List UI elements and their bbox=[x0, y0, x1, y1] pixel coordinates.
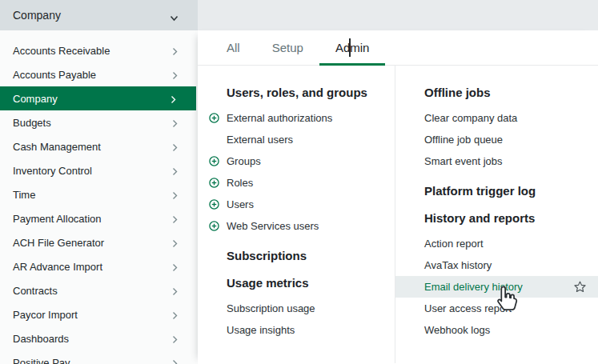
sidebar-item-label: Inventory Control bbox=[13, 165, 92, 177]
menu-item-offline-job-queue[interactable]: Offline job queue bbox=[395, 129, 598, 150]
chevron-right-icon bbox=[172, 334, 178, 346]
tab-label: All bbox=[227, 41, 240, 54]
menu-column-1: Users, roles, and groupsExternal authori… bbox=[198, 66, 395, 363]
chevron-right-icon bbox=[172, 142, 178, 154]
chevron-right-icon bbox=[172, 286, 178, 298]
menu-item-label: Groups bbox=[227, 155, 261, 167]
module-list: Accounts ReceivableAccounts PayableCompa… bbox=[0, 30, 198, 364]
menu-item-action-report[interactable]: Action report bbox=[395, 233, 598, 254]
sidebar-item-label: Accounts Payable bbox=[13, 69, 96, 81]
sidebar-item-label: ACH File Generator bbox=[13, 237, 104, 249]
menu-item-label: Smart event jobs bbox=[424, 155, 503, 167]
chevron-right-icon bbox=[172, 310, 178, 322]
sidebar-item-label: Paycor Import bbox=[13, 309, 78, 321]
menu-item-avatax-history[interactable]: AvaTax history bbox=[395, 254, 598, 276]
sidebar-item-contracts[interactable]: Contracts bbox=[0, 278, 198, 302]
sidebar-item-payment-allocation[interactable]: Payment Allocation bbox=[0, 206, 198, 230]
chevron-right-icon bbox=[172, 238, 178, 250]
sidebar-item-budgets[interactable]: Budgets bbox=[0, 110, 198, 134]
sidebar-item-positive-pay[interactable]: Positive Pay bbox=[0, 350, 198, 364]
menu-item-usage-insights[interactable]: Usage insights bbox=[198, 319, 395, 341]
chevron-right-icon bbox=[172, 190, 178, 202]
sidebar-item-label: Contracts bbox=[13, 285, 58, 297]
menu-item-label: External authorizations bbox=[227, 112, 332, 124]
menu-item-groups[interactable]: Groups bbox=[198, 150, 395, 172]
menu-item-subscription-usage[interactable]: Subscription usage bbox=[198, 298, 395, 319]
app-window: Company Accounts ReceivableAccounts Paya… bbox=[0, 0, 598, 364]
menu-item-label: Action report bbox=[424, 238, 484, 250]
sidebar-item-cash-management[interactable]: Cash Management bbox=[0, 134, 198, 158]
module-dropdown[interactable]: Company bbox=[0, 0, 198, 30]
menu-section-subscriptions: Subscriptions bbox=[198, 248, 395, 264]
cursor-ibeam bbox=[349, 38, 351, 57]
add-icon[interactable] bbox=[209, 156, 219, 166]
section-title: History and reports bbox=[395, 210, 598, 226]
sidebar-item-accounts-payable[interactable]: Accounts Payable bbox=[0, 62, 198, 86]
sidebar-item-label: Time bbox=[13, 189, 35, 201]
add-icon[interactable] bbox=[209, 221, 219, 231]
icon-spacer bbox=[209, 134, 219, 145]
tab-all[interactable]: All bbox=[211, 30, 256, 65]
sidebar-item-time[interactable]: Time bbox=[0, 182, 198, 206]
sidebar-item-paycor-import[interactable]: Paycor Import bbox=[0, 302, 198, 326]
sidebar-item-ach-file-generator[interactable]: ACH File Generator bbox=[0, 230, 198, 254]
tab-label: Admin bbox=[335, 41, 370, 54]
sidebar-item-inventory-control[interactable]: Inventory Control bbox=[0, 158, 198, 182]
menu-item-email-delivery-history[interactable]: Email delivery history bbox=[395, 276, 598, 298]
menu-item-external-authorizations[interactable]: External authorizations bbox=[198, 107, 395, 129]
section-title: Users, roles, and groups bbox=[198, 85, 395, 101]
icon-spacer bbox=[209, 303, 219, 314]
menu-item-users[interactable]: Users bbox=[198, 194, 395, 215]
add-icon[interactable] bbox=[209, 199, 219, 210]
chevron-right-icon bbox=[172, 166, 178, 178]
sidebar-item-label: Company bbox=[13, 93, 58, 105]
sidebar-item-accounts-receivable[interactable]: Accounts Receivable bbox=[0, 38, 198, 62]
menu-section-history-and-reports: History and reportsAction reportAvaTax h… bbox=[395, 210, 598, 341]
menu-item-smart-event-jobs[interactable]: Smart event jobs bbox=[395, 150, 598, 172]
menu-section-usage-metrics: Usage metricsSubscription usageUsage ins… bbox=[198, 275, 395, 341]
menu-item-label: AvaTax history bbox=[424, 259, 492, 271]
chevron-right-icon bbox=[171, 94, 176, 106]
menu-item-label: Users bbox=[227, 198, 254, 210]
section-title: Usage metrics bbox=[198, 275, 395, 291]
menu-item-webhook-logs[interactable]: Webhook logs bbox=[395, 319, 598, 341]
sidebar-item-ar-advance-import[interactable]: AR Advance Import bbox=[0, 254, 198, 278]
menu-column-2: Offline jobsClear company dataOffline jo… bbox=[395, 66, 598, 363]
module-sidebar: Company Accounts ReceivableAccounts Paya… bbox=[0, 0, 198, 364]
menu-columns: Users, roles, and groupsExternal authori… bbox=[198, 66, 598, 363]
menu-section-platform-trigger-log: Platform trigger log bbox=[395, 183, 598, 199]
section-title: Offline jobs bbox=[395, 85, 598, 101]
module-dropdown-label: Company bbox=[13, 9, 61, 22]
chevron-right-icon bbox=[172, 46, 178, 58]
sidebar-item-label: Cash Management bbox=[13, 141, 101, 153]
menu-item-web-services-users[interactable]: Web Services users bbox=[198, 215, 395, 237]
menu-item-label: Webhook logs bbox=[424, 324, 490, 336]
chevron-right-icon bbox=[172, 214, 178, 226]
menu-section-users-roles-and-groups: Users, roles, and groupsExternal authori… bbox=[198, 85, 395, 237]
sidebar-item-dashboards[interactable]: Dashboards bbox=[0, 326, 198, 350]
menu-item-label: User access report bbox=[424, 302, 512, 314]
add-icon[interactable] bbox=[209, 178, 219, 188]
menu-item-label: Clear company data bbox=[424, 112, 517, 124]
tab-setup[interactable]: Setup bbox=[256, 30, 319, 65]
menu-item-label: Roles bbox=[227, 177, 253, 189]
favorite-star-icon[interactable] bbox=[573, 280, 587, 294]
tab-label: Setup bbox=[272, 41, 303, 54]
chevron-down-icon bbox=[170, 10, 179, 25]
menu-item-roles[interactable]: Roles bbox=[198, 172, 395, 194]
menu-item-label: Subscription usage bbox=[227, 302, 315, 314]
sidebar-item-label: Positive Pay bbox=[13, 357, 70, 364]
menu-item-label: External users bbox=[227, 134, 293, 146]
sidebar-item-label: Payment Allocation bbox=[13, 213, 102, 225]
sidebar-item-company[interactable]: Company bbox=[0, 86, 196, 110]
menu-item-external-users[interactable]: External users bbox=[198, 129, 395, 150]
menu-item-user-access-report[interactable]: User access report bbox=[395, 298, 598, 319]
icon-spacer bbox=[209, 325, 219, 335]
add-icon[interactable] bbox=[209, 113, 219, 123]
menu-tabs: AllSetupAdmin bbox=[198, 30, 598, 66]
company-menu-flyout: AllSetupAdmin Users, roles, and groupsEx… bbox=[198, 30, 598, 364]
sidebar-item-label: Dashboards bbox=[13, 333, 69, 345]
menu-item-label: Web Services users bbox=[227, 220, 319, 232]
menu-item-clear-company-data[interactable]: Clear company data bbox=[395, 107, 598, 129]
tab-admin[interactable]: Admin bbox=[319, 30, 386, 65]
